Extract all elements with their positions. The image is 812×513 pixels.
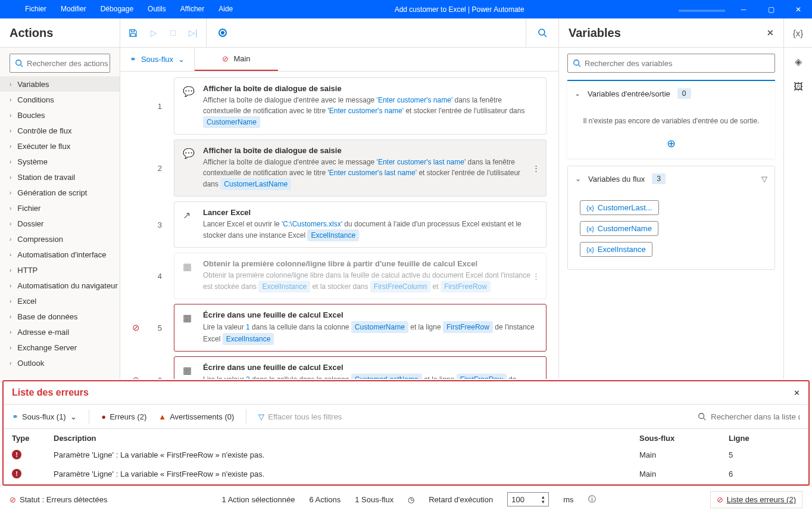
error-row[interactable]: !Paramètre 'Ligne' : La variable « First… xyxy=(4,445,808,464)
flow-search-button[interactable] xyxy=(526,18,558,47)
variables-search[interactable] xyxy=(567,54,775,73)
flow-step[interactable]: 💬Afficher la boîte de dialogue de saisie… xyxy=(174,77,546,135)
menu-fichier[interactable]: Fichier xyxy=(18,0,54,18)
variable-chip[interactable]: {x}ExcelInstance xyxy=(580,242,652,257)
layers-icon[interactable]: ◈ xyxy=(795,56,802,67)
right-rail: ◈ 🖼 xyxy=(783,48,812,379)
close-errors-icon[interactable]: ✕ xyxy=(794,388,800,397)
flow-vars-header[interactable]: ⌄ Variables du flux 3 ▽ xyxy=(568,166,774,191)
menu-débogage[interactable]: Débogage xyxy=(93,0,140,18)
more-icon[interactable]: ⋮ xyxy=(532,164,540,173)
flow-step[interactable]: ▦Écrire dans une feuille de calcul Excel… xyxy=(174,304,546,352)
close-variables-icon[interactable]: ✕ xyxy=(767,28,774,38)
rail-vars-icon[interactable]: {x} xyxy=(783,18,812,47)
tab-main[interactable]: ⊘ Main xyxy=(195,48,278,71)
clear-filters-button[interactable]: ▽Effacer tous les filtres xyxy=(258,412,342,421)
stop-icon[interactable]: □ xyxy=(170,28,175,38)
chevron-right-icon: › xyxy=(10,344,11,351)
variable-chip[interactable]: {x}CustomerName xyxy=(580,221,658,236)
action-category[interactable]: ›Station de travail xyxy=(0,169,120,185)
selected-count: 1 Action sélectionnée xyxy=(222,495,295,504)
action-category[interactable]: ›Excel xyxy=(0,293,120,309)
play-icon[interactable]: ▷ xyxy=(151,28,157,38)
errors-filter[interactable]: ●Erreurs (2) xyxy=(101,412,146,421)
menu-afficher[interactable]: Afficher xyxy=(173,0,211,18)
info-icon[interactable]: ⓘ xyxy=(588,494,596,505)
error-icon: ⊘ xyxy=(10,495,16,504)
flow-step[interactable]: ▦Écrire dans une feuille de calcul Excel… xyxy=(174,356,546,379)
action-category[interactable]: ›Boucles xyxy=(0,107,120,123)
action-category[interactable]: ›Outlook xyxy=(0,355,120,371)
action-category[interactable]: ›Automatisation d'interface xyxy=(0,247,120,262)
col-subflow: Sous-flux xyxy=(639,434,729,443)
search-icon xyxy=(698,412,706,421)
maximize-button[interactable]: ▢ xyxy=(757,0,785,18)
step-title: Obtenir la première colonne/ligne libre … xyxy=(203,259,538,268)
actions-search-input[interactable] xyxy=(27,59,120,68)
flow-step[interactable]: ↗Lancer ExcelLancer Excel et ouvrir le '… xyxy=(174,201,546,248)
subflows-filter[interactable]: ⚭Sous-flux (1) ⌄ xyxy=(12,412,77,421)
action-category[interactable]: ›Conditions xyxy=(0,92,120,107)
status-bar: ⊘Statut : Erreurs détectées 1 Action sél… xyxy=(0,486,812,512)
step-title: Écrire dans une feuille de calcul Excel xyxy=(203,363,538,372)
action-category[interactable]: ›Adresse e-mail xyxy=(0,324,120,340)
step-description: Lancer Excel et ouvrir le 'C:\Customers.… xyxy=(203,219,538,241)
action-category[interactable]: ›Exécuter le flux xyxy=(0,138,120,154)
chevron-right-icon: › xyxy=(10,81,11,88)
step-type-icon: ▦ xyxy=(183,259,195,293)
chevron-right-icon: › xyxy=(10,174,11,181)
window-controls: ─ ▢ ✕ xyxy=(730,0,812,18)
action-category[interactable]: ›Compression xyxy=(0,231,120,247)
step-type-icon: ▦ xyxy=(183,363,195,379)
action-category[interactable]: ›Base de données xyxy=(0,309,120,324)
minimize-button[interactable]: ─ xyxy=(730,0,757,18)
action-category[interactable]: ›Automatisation du navigateur xyxy=(0,278,120,293)
menu-aide[interactable]: Aide xyxy=(211,0,240,18)
io-vars-header[interactable]: ⌄ Variables d'entrée/sortie 0 xyxy=(567,81,775,106)
filter-icon[interactable]: ▽ xyxy=(761,175,767,184)
flow-step[interactable]: ▦Obtenir la première colonne/ligne libre… xyxy=(174,253,546,299)
variables-search-input[interactable] xyxy=(585,59,770,68)
svg-point-2 xyxy=(16,60,21,66)
delay-input[interactable]: 100▴▾ xyxy=(507,492,549,506)
save-icon[interactable] xyxy=(129,29,138,38)
error-row[interactable]: !Paramètre 'Ligne' : La variable « First… xyxy=(4,464,808,483)
action-category[interactable]: ›HTTP xyxy=(0,262,120,278)
error-search-input[interactable] xyxy=(711,412,800,421)
error-list-link[interactable]: ⊘ Liste des erreurs (2) xyxy=(710,491,802,508)
chevron-right-icon: › xyxy=(10,251,11,258)
add-io-var-button[interactable]: ⊕ xyxy=(567,133,775,158)
actions-search[interactable] xyxy=(10,54,110,73)
flow-step[interactable]: 💬Afficher la boîte de dialogue de saisie… xyxy=(174,139,546,197)
images-icon[interactable]: 🖼 xyxy=(794,82,803,92)
action-category[interactable]: ›Dossier xyxy=(0,216,120,231)
chevron-right-icon: › xyxy=(10,220,11,227)
subflows-dropdown[interactable]: ⚭ Sous-flux ⌄ xyxy=(120,48,195,71)
more-icon[interactable]: ⋮ xyxy=(532,272,540,281)
run-controls: ▷ □ ▷| xyxy=(120,18,207,47)
action-category[interactable]: ›Système xyxy=(0,154,120,169)
chevron-right-icon: › xyxy=(10,205,11,212)
record-icon[interactable] xyxy=(218,29,227,37)
error-table-header: Type Description Sous-flux Ligne xyxy=(4,429,808,445)
chevron-right-icon: › xyxy=(10,360,11,366)
variable-chip[interactable]: {x}CustomerLast... xyxy=(580,200,659,215)
search-icon xyxy=(573,59,581,67)
var-icon: {x} xyxy=(586,204,594,212)
menu-modifier[interactable]: Modifier xyxy=(54,0,93,18)
action-category[interactable]: ›Variables xyxy=(0,76,120,92)
action-category[interactable]: ›Fichier xyxy=(0,200,120,216)
error-icon: ⊘ xyxy=(132,322,140,333)
warnings-filter[interactable]: ▲Avertissements (0) xyxy=(158,412,234,421)
action-category[interactable]: ›Exchange Server xyxy=(0,340,120,355)
action-category[interactable]: ›Génération de script xyxy=(0,185,120,200)
action-category[interactable]: ›Contrôle de flux xyxy=(0,123,120,138)
close-button[interactable]: ✕ xyxy=(785,0,812,18)
flow-designer: ⚭ Sous-flux ⌄ ⊘ Main 1💬Afficher la boîte… xyxy=(120,48,558,379)
step-type-icon: 💬 xyxy=(183,84,195,128)
menu-outils[interactable]: Outils xyxy=(140,0,173,18)
chevron-down-icon: ⌄ xyxy=(574,89,580,98)
error-search[interactable] xyxy=(698,412,800,421)
step-title: Écrire dans une feuille de calcul Excel xyxy=(203,310,538,319)
step-icon[interactable]: ▷| xyxy=(189,28,198,38)
